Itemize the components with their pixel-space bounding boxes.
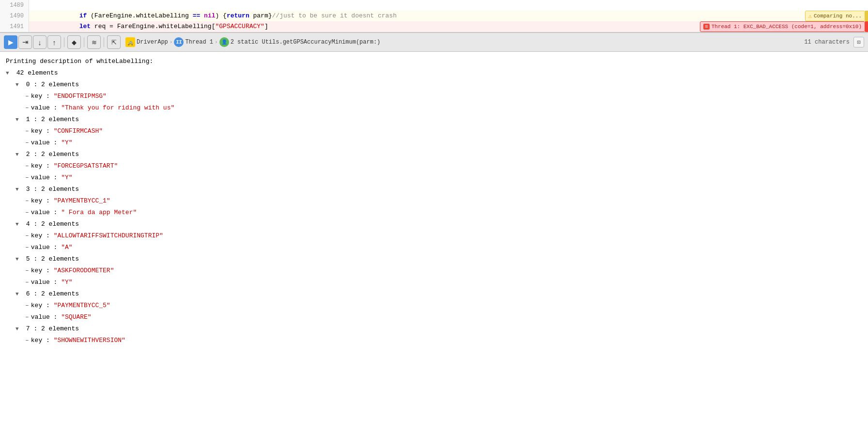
item-0-label: 0 : 2 elements	[22, 79, 79, 91]
continue-button[interactable]: ▶	[4, 35, 17, 49]
debug-item-6[interactable]: 6 : 2 elements	[6, 288, 862, 300]
code-parm: parm}	[249, 11, 272, 21]
debug-item-2[interactable]: 2 : 2 elements	[6, 149, 862, 160]
line-number-1489: 1489	[0, 0, 29, 11]
line-content-1491: let req = FareEngine.whiteLabelling[ "GP…	[29, 21, 700, 32]
code-line-1489: 1489	[0, 0, 868, 11]
key-value-1: "CONFIRMCASH"	[54, 125, 103, 137]
resize-button[interactable]: ⊡	[853, 37, 864, 47]
debug-item-1[interactable]: 1 : 2 elements	[6, 114, 862, 125]
root-label: 42 elements	[13, 67, 58, 79]
expand-item-3-icon[interactable]	[16, 184, 22, 195]
chevron-1-icon: ›	[170, 39, 173, 45]
line-content-1489	[29, 0, 868, 11]
bullet-icon: –	[25, 125, 29, 137]
char-count: 11 characters	[804, 39, 850, 46]
step-into-button[interactable]: ↓	[33, 35, 46, 49]
expand-item-4-icon[interactable]	[16, 218, 22, 230]
keyword-nil: nil	[204, 11, 215, 21]
step-over-button[interactable]: ⇥	[18, 35, 32, 49]
code-space	[200, 11, 204, 21]
expand-item-1-icon[interactable]	[16, 114, 22, 125]
person-icon: 👤	[219, 37, 229, 47]
expand-item-0-icon[interactable]	[16, 79, 22, 91]
val-label: value :	[31, 172, 61, 184]
equals-icon: ≡	[703, 24, 710, 30]
key-label: key :	[31, 265, 54, 277]
breakpoints-button[interactable]: ◆	[67, 35, 81, 49]
bullet-icon: –	[25, 172, 29, 184]
val-value-6: "SQUARE"	[61, 311, 91, 323]
key-label: key :	[31, 335, 54, 346]
debug-item-3-key: – key : "PAYMENTBYCC_1"	[6, 195, 862, 207]
item-7-label: 7 : 2 elements	[22, 323, 79, 335]
debug-item-0[interactable]: 0 : 2 elements	[6, 79, 862, 91]
item-2-label: 2 : 2 elements	[22, 149, 79, 160]
method-name: 2 static Utils.getGPSAccuracyMinimum(par…	[231, 39, 381, 46]
key-value-2: "FORCEGPSATSTART"	[54, 160, 118, 172]
debug-item-5-value: – value : "Y"	[6, 277, 862, 288]
thread-name: Thread 1	[185, 39, 213, 46]
code-paren-open: (FareEngine.whiteLabelling	[87, 11, 192, 21]
breadcrumb-method[interactable]: 👤 2 static Utils.getGPSAccuracyMinimum(p…	[219, 37, 381, 47]
debug-item-0-value: – value : "Thank you for riding with us"	[6, 102, 862, 114]
val-value-4: "A"	[61, 242, 72, 253]
bullet-icon: –	[25, 230, 29, 242]
line-number-1491: 1491	[0, 21, 29, 32]
error-badge-1491: ≡ Thread 1: EXC_BAD_ACCESS (code=1, addr…	[700, 21, 865, 32]
bullet-icon: –	[25, 207, 29, 218]
key-value-0: "ENDOFTRIPMSG"	[54, 91, 107, 102]
jump-button[interactable]: ⇱	[107, 35, 121, 49]
thread-icon: II	[174, 37, 184, 47]
string-gpsaccuracy: "GPSACCURACY"	[215, 21, 264, 32]
debug-item-5-key: – key : "ASKFORODOMETER"	[6, 265, 862, 277]
debug-item-6-key: – key : "PAYMENTBYCC_5"	[6, 300, 862, 311]
key-label: key :	[31, 300, 54, 311]
resize-icon-symbol: ⊡	[857, 39, 860, 46]
debug-item-0-key: – key : "ENDOFTRIPMSG"	[6, 91, 862, 102]
val-label: value :	[31, 311, 61, 323]
debug-item-7[interactable]: 7 : 2 elements	[6, 323, 862, 335]
expand-root-icon[interactable]	[6, 67, 13, 79]
expand-item-6-icon[interactable]	[16, 288, 22, 300]
code-indent-1490	[34, 11, 79, 21]
breadcrumb-thread[interactable]: II Thread 1	[174, 37, 213, 47]
continue-icon: ▶	[8, 38, 14, 46]
breakpoints-icon: ◆	[72, 39, 77, 46]
warning-badge-1490: ⚠ Comparing no...	[805, 11, 865, 21]
code-brace: ) {	[216, 11, 227, 21]
code-indent-1491	[34, 21, 79, 32]
breadcrumb-app[interactable]: 🚕 DriverApp	[125, 37, 168, 47]
step-out-button[interactable]: ↑	[47, 35, 61, 49]
key-label: key :	[31, 195, 54, 207]
debug-item-5[interactable]: 5 : 2 elements	[6, 253, 862, 265]
debug-item-3-value: – value : " Fora da app Meter"	[6, 207, 862, 218]
item-1-label: 1 : 2 elements	[22, 114, 79, 125]
keyword-if: if	[79, 11, 87, 21]
debug-nav-button[interactable]: ≋	[87, 35, 101, 49]
val-value-0: "Thank you for riding with us"	[61, 102, 174, 114]
app-name: DriverApp	[137, 39, 168, 46]
key-label: key :	[31, 160, 54, 172]
debug-item-7-key: – key : "SHOWNEWITHVERSION"	[6, 335, 862, 346]
val-value-3: " Fora da app Meter"	[61, 207, 137, 218]
debug-item-3[interactable]: 3 : 2 elements	[6, 184, 862, 195]
debug-header-text: Printing description of whiteLabelling:	[6, 56, 153, 67]
expand-item-7-icon[interactable]	[16, 323, 22, 335]
expand-item-2-icon[interactable]	[16, 149, 22, 160]
warning-triangle-icon: ⚠	[808, 13, 812, 20]
debug-root[interactable]: 42 elements	[6, 67, 862, 79]
bullet-icon: –	[25, 137, 29, 149]
expand-item-5-icon[interactable]	[16, 253, 22, 265]
toolbar-sep-1	[64, 37, 64, 47]
code-bracket-close: ]	[264, 21, 268, 32]
bullet-icon: –	[25, 242, 29, 253]
debug-item-6-value: – value : "SQUARE"	[6, 311, 862, 323]
chevron-2-icon: ›	[215, 39, 218, 45]
val-label: value :	[31, 137, 61, 149]
debug-item-1-value: – value : "Y"	[6, 137, 862, 149]
debug-item-4[interactable]: 4 : 2 elements	[6, 218, 862, 230]
code-line-1491: 1491 let req = FareEngine.whiteLabelling…	[0, 21, 868, 32]
val-value-5: "Y"	[61, 277, 72, 288]
val-value-1: "Y"	[61, 137, 72, 149]
